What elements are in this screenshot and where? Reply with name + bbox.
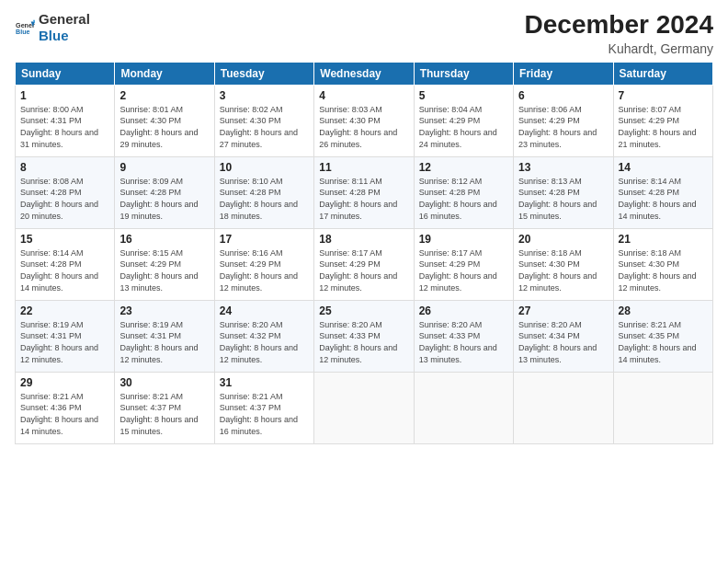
table-cell: 7 Sunrise: 8:07 AMSunset: 4:29 PMDayligh…: [613, 85, 712, 156]
day-number: 12: [419, 161, 508, 174]
table-cell: 19 Sunrise: 8:17 AMSunset: 4:29 PMDaylig…: [414, 228, 513, 300]
week-row-2: 8 Sunrise: 8:08 AMSunset: 4:28 PMDayligh…: [16, 156, 713, 228]
day-info: Sunrise: 8:09 AMSunset: 4:28 PMDaylight:…: [119, 177, 198, 221]
day-number: 2: [119, 89, 209, 102]
header-row: General Blue General Blue December 2024 …: [15, 11, 713, 56]
table-cell: 10 Sunrise: 8:10 AMSunset: 4:28 PMDaylig…: [214, 156, 313, 228]
day-number: 1: [20, 89, 109, 102]
day-number: 14: [619, 161, 708, 174]
subtitle: Kuhardt, Germany: [525, 41, 713, 56]
table-cell: 16 Sunrise: 8:15 AMSunset: 4:29 PMDaylig…: [115, 228, 214, 300]
calendar: Sunday Monday Tuesday Wednesday Thursday…: [15, 62, 713, 444]
calendar-header-row: Sunday Monday Tuesday Wednesday Thursday…: [16, 62, 713, 85]
day-number: 18: [319, 233, 408, 246]
table-cell: [613, 372, 712, 443]
day-number: 7: [619, 89, 708, 102]
day-info: Sunrise: 8:21 AMSunset: 4:35 PMDaylight:…: [619, 320, 697, 364]
table-cell: 15 Sunrise: 8:14 AMSunset: 4:28 PMDaylig…: [16, 228, 115, 300]
day-number: 3: [220, 89, 309, 102]
day-number: 4: [319, 89, 408, 102]
day-info: Sunrise: 8:20 AMSunset: 4:33 PMDaylight:…: [319, 320, 397, 364]
table-cell: [514, 372, 613, 443]
svg-text:Blue: Blue: [16, 29, 30, 36]
day-info: Sunrise: 8:04 AMSunset: 4:29 PMDaylight:…: [419, 105, 497, 149]
header-saturday: Saturday: [613, 62, 712, 85]
day-info: Sunrise: 8:07 AMSunset: 4:29 PMDaylight:…: [619, 105, 697, 149]
day-number: 17: [220, 233, 309, 246]
table-cell: 22 Sunrise: 8:19 AMSunset: 4:31 PMDaylig…: [16, 300, 115, 372]
header-thursday: Thursday: [414, 62, 513, 85]
header-friday: Friday: [514, 62, 613, 85]
table-cell: 1 Sunrise: 8:00 AMSunset: 4:31 PMDayligh…: [16, 85, 115, 156]
page-container: General Blue General Blue December 2024 …: [0, 0, 728, 452]
day-number: 25: [319, 304, 408, 317]
header-wednesday: Wednesday: [314, 62, 414, 85]
day-info: Sunrise: 8:20 AMSunset: 4:32 PMDaylight:…: [220, 320, 298, 364]
title-block: December 2024 Kuhardt, Germany: [525, 11, 713, 56]
logo-blue: Blue: [39, 28, 90, 44]
table-cell: 13 Sunrise: 8:13 AMSunset: 4:28 PMDaylig…: [514, 156, 613, 228]
day-number: 28: [619, 304, 708, 317]
day-info: Sunrise: 8:17 AMSunset: 4:29 PMDaylight:…: [419, 248, 497, 293]
main-title: December 2024: [525, 11, 713, 40]
table-cell: 4 Sunrise: 8:03 AMSunset: 4:30 PMDayligh…: [314, 85, 414, 156]
table-cell: 11 Sunrise: 8:11 AMSunset: 4:28 PMDaylig…: [314, 156, 414, 228]
day-info: Sunrise: 8:00 AMSunset: 4:31 PMDaylight:…: [20, 105, 98, 149]
day-number: 16: [119, 233, 209, 246]
table-cell: 27 Sunrise: 8:20 AMSunset: 4:34 PMDaylig…: [514, 300, 613, 372]
day-info: Sunrise: 8:21 AMSunset: 4:37 PMDaylight:…: [119, 392, 198, 436]
table-cell: 23 Sunrise: 8:19 AMSunset: 4:31 PMDaylig…: [115, 300, 214, 372]
day-number: 26: [419, 304, 508, 317]
week-row-1: 1 Sunrise: 8:00 AMSunset: 4:31 PMDayligh…: [16, 85, 713, 156]
day-number: 24: [220, 304, 309, 317]
table-cell: 12 Sunrise: 8:12 AMSunset: 4:28 PMDaylig…: [414, 156, 513, 228]
day-number: 21: [619, 233, 708, 246]
table-cell: 29 Sunrise: 8:21 AMSunset: 4:36 PMDaylig…: [16, 372, 115, 443]
day-info: Sunrise: 8:11 AMSunset: 4:28 PMDaylight:…: [319, 177, 397, 221]
day-number: 22: [20, 304, 109, 317]
day-number: 20: [518, 233, 608, 246]
table-cell: 9 Sunrise: 8:09 AMSunset: 4:28 PMDayligh…: [115, 156, 214, 228]
week-row-5: 29 Sunrise: 8:21 AMSunset: 4:36 PMDaylig…: [16, 372, 713, 443]
day-info: Sunrise: 8:01 AMSunset: 4:30 PMDaylight:…: [119, 105, 198, 149]
day-number: 15: [20, 233, 109, 246]
day-info: Sunrise: 8:20 AMSunset: 4:34 PMDaylight:…: [518, 320, 597, 364]
week-row-3: 15 Sunrise: 8:14 AMSunset: 4:28 PMDaylig…: [16, 228, 713, 300]
table-cell: 25 Sunrise: 8:20 AMSunset: 4:33 PMDaylig…: [314, 300, 414, 372]
day-info: Sunrise: 8:19 AMSunset: 4:31 PMDaylight:…: [20, 320, 98, 364]
table-cell: 2 Sunrise: 8:01 AMSunset: 4:30 PMDayligh…: [115, 85, 214, 156]
day-info: Sunrise: 8:17 AMSunset: 4:29 PMDaylight:…: [319, 248, 397, 293]
day-info: Sunrise: 8:12 AMSunset: 4:28 PMDaylight:…: [419, 177, 497, 221]
day-number: 19: [419, 233, 508, 246]
header-monday: Monday: [115, 62, 214, 85]
day-number: 10: [220, 161, 309, 174]
day-info: Sunrise: 8:14 AMSunset: 4:28 PMDaylight:…: [619, 177, 697, 221]
day-info: Sunrise: 8:13 AMSunset: 4:28 PMDaylight:…: [518, 177, 597, 221]
table-cell: 3 Sunrise: 8:02 AMSunset: 4:30 PMDayligh…: [214, 85, 313, 156]
day-info: Sunrise: 8:08 AMSunset: 4:28 PMDaylight:…: [20, 177, 98, 221]
day-number: 11: [319, 161, 408, 174]
table-cell: 14 Sunrise: 8:14 AMSunset: 4:28 PMDaylig…: [613, 156, 712, 228]
header-sunday: Sunday: [16, 62, 115, 85]
table-cell: 24 Sunrise: 8:20 AMSunset: 4:32 PMDaylig…: [214, 300, 313, 372]
table-cell: 20 Sunrise: 8:18 AMSunset: 4:30 PMDaylig…: [514, 228, 613, 300]
table-cell: 21 Sunrise: 8:18 AMSunset: 4:30 PMDaylig…: [613, 228, 712, 300]
day-info: Sunrise: 8:03 AMSunset: 4:30 PMDaylight:…: [319, 105, 397, 149]
table-cell: 28 Sunrise: 8:21 AMSunset: 4:35 PMDaylig…: [613, 300, 712, 372]
day-number: 30: [119, 376, 209, 389]
day-number: 5: [419, 89, 508, 102]
day-info: Sunrise: 8:21 AMSunset: 4:36 PMDaylight:…: [20, 392, 98, 436]
day-info: Sunrise: 8:14 AMSunset: 4:28 PMDaylight:…: [20, 248, 98, 293]
day-info: Sunrise: 8:15 AMSunset: 4:29 PMDaylight:…: [119, 248, 198, 293]
table-cell: 26 Sunrise: 8:20 AMSunset: 4:33 PMDaylig…: [414, 300, 513, 372]
logo-icon: General Blue: [15, 17, 35, 38]
week-row-4: 22 Sunrise: 8:19 AMSunset: 4:31 PMDaylig…: [16, 300, 713, 372]
day-info: Sunrise: 8:16 AMSunset: 4:29 PMDaylight:…: [220, 248, 298, 293]
table-cell: 18 Sunrise: 8:17 AMSunset: 4:29 PMDaylig…: [314, 228, 414, 300]
table-cell: 5 Sunrise: 8:04 AMSunset: 4:29 PMDayligh…: [414, 85, 513, 156]
table-cell: 30 Sunrise: 8:21 AMSunset: 4:37 PMDaylig…: [115, 372, 214, 443]
day-number: 9: [119, 161, 209, 174]
table-cell: 31 Sunrise: 8:21 AMSunset: 4:37 PMDaylig…: [214, 372, 313, 443]
day-info: Sunrise: 8:18 AMSunset: 4:30 PMDaylight:…: [518, 248, 597, 293]
table-cell: 8 Sunrise: 8:08 AMSunset: 4:28 PMDayligh…: [16, 156, 115, 228]
